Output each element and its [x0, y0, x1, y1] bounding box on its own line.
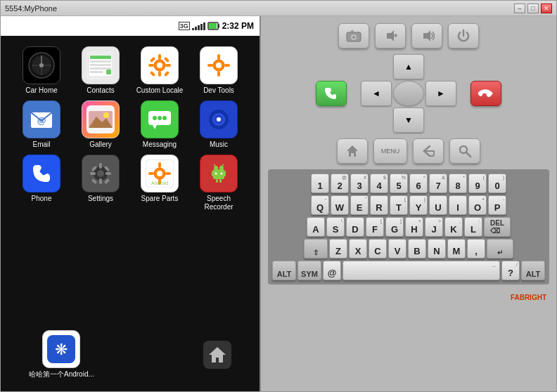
back-icon [421, 145, 435, 157]
key-a[interactable]: A [307, 217, 325, 237]
dpad-center[interactable] [393, 81, 424, 106]
maximize-button[interactable]: □ [527, 4, 539, 13]
app-devtools[interactable]: Dev Tools [192, 46, 245, 95]
key-3[interactable]: 3# [350, 174, 369, 193]
vol-down-button[interactable] [375, 23, 406, 48]
svg-rect-57 [99, 163, 102, 169]
key-del[interactable]: DEL⌫ [484, 217, 511, 237]
app-gallery[interactable]: Gallery [74, 100, 127, 149]
key-k[interactable]: K; [444, 217, 463, 237]
key-enter[interactable]: ↵ [487, 239, 513, 259]
app-speechrecorder[interactable]: Speech Recorder [192, 155, 245, 211]
key-9[interactable]: 9( [468, 174, 487, 193]
app-phone[interactable]: Phone [15, 155, 68, 211]
key-z[interactable]: Z [329, 239, 347, 259]
key-w[interactable]: W [331, 195, 349, 215]
main-window: 5554:MyPhone − □ ✕ 3G [0, 0, 557, 392]
carhome-label: Car Home [25, 86, 58, 95]
vol-up-button[interactable] [411, 23, 442, 48]
call-button[interactable] [316, 81, 347, 106]
key-p[interactable]: P- [488, 195, 506, 215]
key-y[interactable]: Y} [409, 195, 428, 215]
key-h[interactable]: H< [405, 217, 423, 237]
phone-label: Phone [32, 195, 52, 203]
key-f[interactable]: F[ [366, 217, 384, 237]
power-icon [456, 29, 470, 43]
back-button[interactable] [413, 138, 444, 164]
key-7[interactable]: 7& [429, 174, 447, 193]
key-8[interactable]: 8* [449, 174, 467, 193]
key-c[interactable]: C [369, 239, 387, 259]
key-d[interactable]: D [346, 217, 364, 237]
key-q[interactable]: Q~ [311, 195, 329, 215]
key-j[interactable]: J> [425, 217, 443, 237]
chinese-app-icon: ❋ [42, 330, 80, 368]
settings-label: Settings [88, 195, 113, 203]
key-4[interactable]: 4$ [370, 174, 388, 193]
dpad-down[interactable]: ▼ [393, 107, 424, 133]
key-g[interactable]: G] [385, 217, 404, 237]
key-m[interactable]: M [447, 239, 466, 259]
messaging-svg [146, 105, 174, 133]
app-spareparts[interactable]: Android Spare Parts [133, 155, 186, 211]
app-messaging[interactable]: Messaging [133, 100, 186, 149]
close-button[interactable]: ✕ [541, 4, 552, 13]
end-call-button[interactable] [470, 81, 501, 106]
key-5[interactable]: 5% [390, 174, 408, 193]
key-alt-right[interactable]: ALT [521, 261, 545, 280]
svg-rect-80 [224, 171, 226, 176]
app-chinese[interactable]: ❋ 哈哈第一个Android... [29, 330, 94, 379]
home-nav-button[interactable] [337, 138, 368, 164]
key-comma[interactable]: , [467, 239, 485, 259]
svg-text:Android: Android [151, 181, 168, 185]
svg-point-46 [158, 116, 162, 120]
minimize-button[interactable]: − [514, 4, 525, 13]
search-button[interactable] [449, 138, 480, 164]
svg-point-42 [103, 112, 109, 118]
svg-rect-22 [158, 71, 161, 77]
dpad-up[interactable]: ▲ [393, 54, 424, 79]
key-x[interactable]: X [349, 239, 367, 259]
key-r[interactable]: R [370, 195, 388, 215]
app-carhome[interactable]: Car Home [15, 46, 68, 95]
dpad-right[interactable]: ► [425, 81, 456, 106]
gallery-icon [82, 100, 120, 138]
key-0[interactable]: 0) [488, 174, 506, 193]
app-email[interactable]: @ Email [15, 100, 68, 149]
key-i[interactable]: I [449, 195, 467, 215]
key-o[interactable]: O+ [468, 195, 487, 215]
key-alt-left[interactable]: ALT [272, 261, 296, 280]
key-slash[interactable]: ?/ [501, 261, 520, 280]
svg-point-31 [216, 63, 222, 68]
key-b[interactable]: B [408, 239, 426, 259]
app-settings[interactable]: Settings [74, 155, 127, 211]
app-music[interactable]: Music [192, 100, 245, 149]
key-t[interactable]: T{ [390, 195, 408, 215]
key-shift[interactable]: ⇧ [304, 239, 328, 259]
key-s[interactable]: S\ [326, 217, 345, 237]
dpad-left[interactable]: ◄ [361, 81, 392, 106]
key-l[interactable]: L: [464, 217, 482, 237]
key-sym[interactable]: SYM [297, 261, 321, 280]
key-at[interactable]: @ [323, 261, 341, 280]
svg-rect-16 [90, 71, 103, 73]
spareparts-icon: Android [141, 155, 179, 192]
bar2 [195, 27, 197, 30]
key-space[interactable]: → [342, 261, 500, 280]
key-v[interactable]: V [388, 239, 406, 259]
menu-button[interactable]: MENU [373, 138, 407, 164]
key-e[interactable]: E" [350, 195, 369, 215]
svg-rect-81 [216, 179, 218, 183]
app-contacts[interactable]: Contacts [74, 46, 127, 95]
app-customlocale[interactable]: Custom Locale [133, 46, 186, 95]
key-1[interactable]: 1 [311, 174, 329, 193]
camera-button[interactable] [338, 23, 369, 48]
home-button[interactable] [203, 341, 231, 369]
svg-marker-87 [209, 347, 226, 362]
music-icon [200, 100, 238, 138]
key-n[interactable]: N [428, 239, 446, 259]
key-2[interactable]: 2@ [331, 174, 349, 193]
power-button[interactable] [448, 23, 479, 48]
key-u[interactable]: U [429, 195, 447, 215]
key-6[interactable]: 6^ [409, 174, 428, 193]
